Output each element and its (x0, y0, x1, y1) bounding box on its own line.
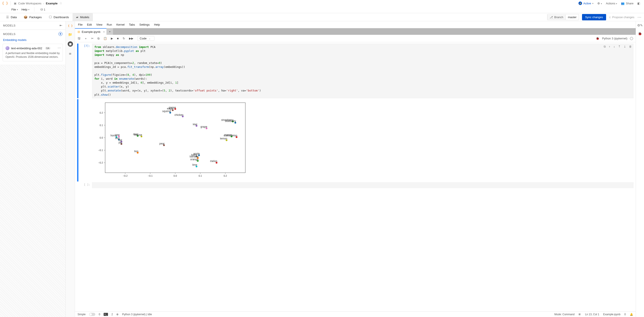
cell-prompt-empty: [ ]: (80, 182, 90, 188)
empty-code-input[interactable] (92, 182, 634, 188)
rail-folder-icon[interactable]: 📁 (68, 33, 72, 36)
app-header: ▣ Code Workspaces › Example ☆ ⚡ Active ▾… (0, 0, 644, 13)
output-prompt (80, 99, 90, 182)
simple-mode-toggle[interactable] (89, 313, 95, 316)
lifecycle-icon[interactable]: ⊕ (116, 313, 118, 316)
nb-menu-edit[interactable]: Edit (87, 23, 92, 26)
property-inspector-icon[interactable]: ⚙✎ (637, 23, 643, 27)
svg-text:chicken: chicken (174, 113, 184, 116)
terminal-count-chip[interactable]: >_ (104, 313, 108, 316)
svg-text:−0.2: −0.2 (98, 161, 103, 164)
notebook-menubar: File Edit View Run Kernel Tabs Settings … (75, 21, 636, 28)
app-menubar: File▾ Help▾ ⛁ 1 (0, 6, 644, 13)
paste-icon[interactable]: 📋 (104, 37, 107, 40)
delete-cell-icon[interactable]: 🗑 (629, 45, 632, 49)
tab-dashboards[interactable]: 🖵Dashboards (45, 13, 72, 21)
collapse-panel-icon[interactable]: ⇤ (60, 23, 62, 27)
nb-menu-settings[interactable]: Settings (139, 23, 150, 26)
menu-help[interactable]: Help▾ (22, 8, 29, 11)
stop-icon[interactable]: ■ (117, 37, 119, 40)
model-icon (6, 46, 10, 50)
breadcrumb-current[interactable]: Example (46, 2, 58, 5)
actions-menu[interactable]: Actions ▾ (606, 2, 617, 5)
package-icon: 📦 (24, 15, 28, 19)
nb-menu-view[interactable]: View (96, 23, 102, 26)
ga-badge: GA (45, 47, 50, 50)
data-icon: ☰ (6, 15, 9, 19)
scatter-plot-output: −0.2−0.10.00.10.2−0.2−0.10.00.10.2goosee… (92, 99, 634, 182)
propose-changes-button: ⎌Propose changes (609, 15, 634, 19)
svg-text:lion: lion (134, 150, 138, 153)
resource-count[interactable]: ⛁ 1 (40, 8, 45, 11)
status-active[interactable]: ⚡ Active ▾ (578, 1, 594, 5)
svg-text:0.1: 0.1 (100, 124, 103, 126)
svg-text:−0.1: −0.1 (98, 149, 103, 151)
nb-menu-kernel[interactable]: Kernel (116, 23, 125, 26)
panel-toggle-icon[interactable]: ◧ (638, 2, 640, 5)
copy-icon[interactable]: ⧉ (98, 37, 100, 40)
panel-empty-area (0, 65, 66, 317)
share-label: Share (626, 2, 634, 5)
model-group-label: Embedding models (0, 37, 66, 42)
status-file[interactable]: Example.ipynb (603, 313, 620, 316)
gear-icon[interactable]: ⚙ ▾ (597, 2, 602, 5)
move-down-icon[interactable]: ↓ (613, 45, 615, 49)
model-card[interactable]: text-embedding-ada-002 GA ⋯ A performant… (3, 44, 63, 61)
run-all-icon[interactable]: ▶▶ (129, 37, 134, 40)
nb-menu-file[interactable]: File (78, 23, 82, 26)
share-button[interactable]: 👥 Share (621, 2, 634, 5)
favorite-star-icon[interactable]: ☆ (59, 1, 62, 5)
notebook-tab[interactable]: ▤ Example.ipynb × (75, 28, 106, 35)
status-kernel[interactable]: Python 3 (ipykernel) | Idle (122, 313, 152, 316)
sync-changes-button[interactable]: Sync changes (582, 14, 606, 20)
bolt-icon: ⚡ (578, 1, 582, 5)
debug-panel-icon[interactable]: 🐞 (638, 32, 642, 36)
nb-menu-help[interactable]: Help (154, 23, 160, 26)
add-tab-button[interactable]: + (106, 28, 113, 35)
nb-menu-run[interactable]: Run (107, 23, 112, 26)
svg-text:0.0: 0.0 (174, 174, 177, 177)
model-description: A performant and flexible embedding mode… (6, 51, 60, 59)
code-cell[interactable]: [7]: ⧉↑↓⤒⤓🗑from sklearn.decomposition im… (75, 43, 636, 99)
menu-file[interactable]: File▾ (12, 8, 18, 11)
add-model-button[interactable]: + (58, 32, 62, 36)
right-rail: ⚙✎ 🐞 (636, 21, 644, 317)
insert-above-icon[interactable]: ⤒ (618, 45, 620, 49)
card-more-icon[interactable]: ⋯ (58, 46, 61, 50)
rail-toc-icon[interactable]: ≣ (69, 51, 72, 55)
trusted-icon[interactable]: ⛨ (578, 313, 581, 316)
panel-title: MODELS (3, 24, 16, 27)
caret-down-icon: ⌄ (149, 37, 150, 40)
kernel-name[interactable]: Python 3 (ipykernel) (602, 37, 627, 40)
save-icon[interactable]: 🖫 (78, 37, 80, 40)
notebook-area: 📁 ◼ ≣ File Edit View Run Kernel Tabs Set… (66, 21, 644, 317)
divider (10, 1, 11, 5)
restart-icon[interactable]: ↻ (123, 37, 125, 40)
tab-packages[interactable]: 📦Packages (20, 13, 45, 21)
insert-below-icon[interactable]: ⤓ (624, 45, 626, 49)
branch-select[interactable]: ⎇Branch master (547, 14, 579, 20)
duplicate-cell-icon[interactable]: ⧉ (604, 45, 606, 49)
status-count-1: 0 (99, 313, 100, 316)
debug-icon[interactable]: 🐞 (596, 37, 599, 40)
notebook-body[interactable]: [7]: ⧉↑↓⤒⤓🗑from sklearn.decomposition im… (75, 42, 636, 311)
notebook-tab-row: ▤ Example.ipynb × + (75, 28, 636, 35)
rail-running-icon[interactable]: ◼ (68, 41, 73, 47)
empty-code-cell[interactable]: [ ]: (75, 182, 636, 189)
code-input[interactable]: ⧉↑↓⤒⤓🗑from sklearn.decomposition import … (92, 43, 634, 98)
cut-icon[interactable]: ✂ (91, 37, 94, 40)
tab-models[interactable]: ▰Models (72, 13, 93, 21)
add-cell-icon[interactable]: ＋ (84, 36, 87, 40)
bell-icon[interactable]: 🔔 (630, 313, 633, 316)
move-up-icon[interactable]: ↑ (609, 45, 610, 49)
celltype-select[interactable]: Code ⌄ (137, 36, 154, 41)
notebook-toolbar: 🖫 ＋ ✂ ⧉ 📋 ▶ ■ ↻ ▶▶ Code ⌄ 🐞 Python 3 (ip… (75, 35, 636, 42)
run-icon[interactable]: ▶ (111, 37, 113, 40)
jupyter-logo-icon (68, 24, 72, 28)
notebook-tab-label: Example.ipynb (82, 30, 100, 33)
tab-data[interactable]: ☰Data (3, 13, 20, 21)
nb-menu-tabs[interactable]: Tabs (129, 23, 135, 26)
breadcrumb-root[interactable]: Code Workspaces (18, 2, 42, 5)
more-menu-icon[interactable]: ⋯ (638, 15, 641, 19)
close-tab-icon[interactable]: × (103, 30, 105, 33)
